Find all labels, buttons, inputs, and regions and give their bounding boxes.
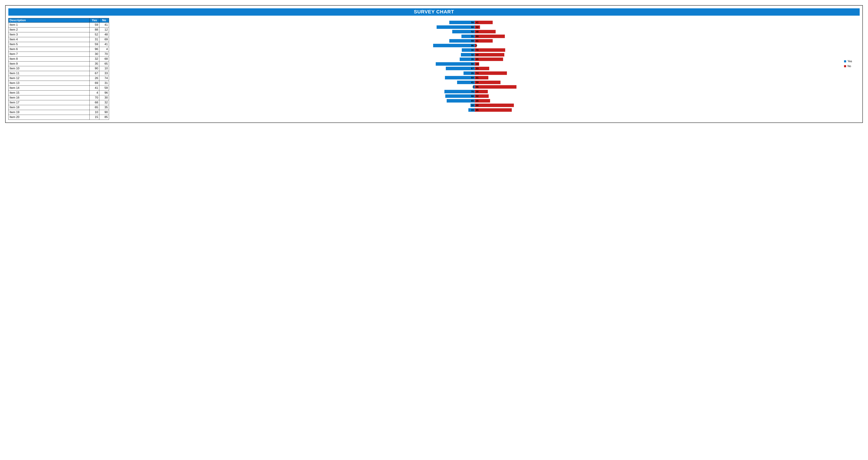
bar-no-label: 96 [476, 86, 478, 88]
cell-description: Item 8 [8, 56, 90, 61]
legend-swatch-no [844, 65, 846, 67]
cell-description: Item 7 [8, 52, 90, 56]
chart-row: 5941 [114, 20, 835, 25]
bar-yes-label: 31 [471, 35, 474, 38]
yes-side: 52 [114, 30, 475, 33]
bar-no-label: 30 [476, 90, 478, 93]
no-side: 96 [475, 85, 835, 89]
chart-row: 964 [114, 43, 835, 48]
chart-row: 8812 [114, 25, 835, 30]
bar-no-label: 90 [476, 104, 478, 107]
bar-no: 10 [475, 62, 479, 66]
bar-no: 90 [475, 104, 514, 107]
chart-row: 3070 [114, 48, 835, 53]
no-side: 31 [475, 76, 835, 79]
cell-description: Item 9 [8, 61, 90, 66]
cell-description: Item 4 [8, 37, 90, 42]
chart-row: 6535 [114, 98, 835, 103]
cell-no: 69 [99, 37, 109, 42]
cell-no: 48 [99, 32, 109, 37]
cell-no: 32 [99, 100, 109, 105]
bar-no-label: 35 [476, 99, 478, 102]
cell-yes: 35 [90, 61, 99, 66]
legend-swatch-yes [844, 60, 846, 62]
bar-yes: 67 [446, 67, 475, 70]
bar-yes: 59 [449, 21, 475, 24]
bar-no-label: 33 [476, 67, 478, 70]
table-row: Item 55941 [8, 42, 109, 47]
chart-row: 1090 [114, 103, 835, 108]
bar-no-label: 59 [476, 81, 478, 84]
bar-yes-label: 10 [471, 104, 474, 107]
cell-no: 10 [99, 66, 109, 71]
no-side: 41 [475, 39, 835, 42]
yes-side: 96 [114, 44, 475, 47]
cell-description: Item 15 [8, 90, 90, 95]
yes-side: 90 [114, 62, 475, 66]
table-row: Item 6964 [8, 47, 109, 52]
yes-side: 35 [114, 58, 475, 61]
no-side: 12 [475, 25, 835, 29]
chart-row: 6832 [114, 94, 835, 98]
bar-yes-label: 67 [471, 67, 474, 70]
bar-yes-label: 88 [471, 26, 474, 29]
cell-yes: 69 [90, 81, 99, 86]
table-row: Item 186535 [8, 105, 109, 110]
bar-yes-label: 35 [471, 58, 474, 61]
cell-no: 70 [99, 52, 109, 56]
table-row: Item 35248 [8, 32, 109, 37]
cell-no: 4 [99, 47, 109, 52]
no-side: 30 [475, 90, 835, 93]
cell-yes: 52 [90, 32, 99, 37]
bar-yes: 96 [433, 44, 475, 47]
bar-no: 70 [475, 48, 505, 52]
yes-side: 59 [114, 39, 475, 42]
cell-description: Item 10 [8, 66, 90, 71]
chart-row: 496 [114, 85, 835, 89]
table-row: Item 43169 [8, 37, 109, 42]
bar-yes: 68 [445, 94, 475, 98]
cell-description: Item 1 [8, 23, 90, 27]
yes-side: 67 [114, 67, 475, 70]
bar-no-label: 70 [476, 49, 478, 52]
table-row: Item 122674 [8, 76, 109, 81]
bar-yes-label: 4 [472, 86, 474, 88]
no-side: 33 [475, 67, 835, 70]
cell-description: Item 14 [8, 86, 90, 90]
chart-row: 7030 [114, 89, 835, 94]
yes-side: 32 [114, 53, 475, 56]
bar-yes: 41 [457, 81, 475, 84]
cell-yes: 10 [90, 110, 99, 115]
col-description: Description [8, 18, 90, 23]
yes-side: 59 [114, 21, 475, 24]
cell-description: Item 3 [8, 32, 90, 37]
yes-side: 69 [114, 76, 475, 79]
cell-no: 59 [99, 86, 109, 90]
cell-description: Item 16 [8, 95, 90, 100]
no-side: 59 [475, 81, 835, 84]
bar-no: 12 [475, 25, 480, 29]
chart-row: 9010 [114, 62, 835, 66]
bar-no: 31 [475, 76, 488, 79]
bar-no: 41 [475, 21, 493, 24]
cell-yes: 67 [90, 71, 99, 76]
page-title: SURVEY CHART [8, 8, 860, 16]
table-row: Item 176832 [8, 100, 109, 105]
bar-no-label: 10 [476, 63, 478, 65]
no-side: 10 [475, 62, 835, 66]
cell-yes: 15 [90, 115, 99, 120]
bar-no: 41 [475, 39, 493, 42]
col-yes: Yes [90, 18, 99, 23]
bar-yes-label: 32 [471, 53, 474, 56]
cell-no: 65 [99, 61, 109, 66]
bar-yes: 4 [473, 85, 475, 89]
cell-description: Item 2 [8, 27, 90, 32]
table-row: Item 109010 [8, 66, 109, 71]
no-side: 69 [475, 35, 835, 38]
diverging-bar-chart: 5941881252483169594196430703268356590106… [114, 18, 835, 112]
bar-yes: 90 [436, 62, 475, 66]
yes-side: 41 [114, 81, 475, 84]
bar-yes-label: 68 [471, 95, 474, 97]
yes-side: 15 [114, 108, 475, 112]
chart-row: 4159 [114, 80, 835, 85]
